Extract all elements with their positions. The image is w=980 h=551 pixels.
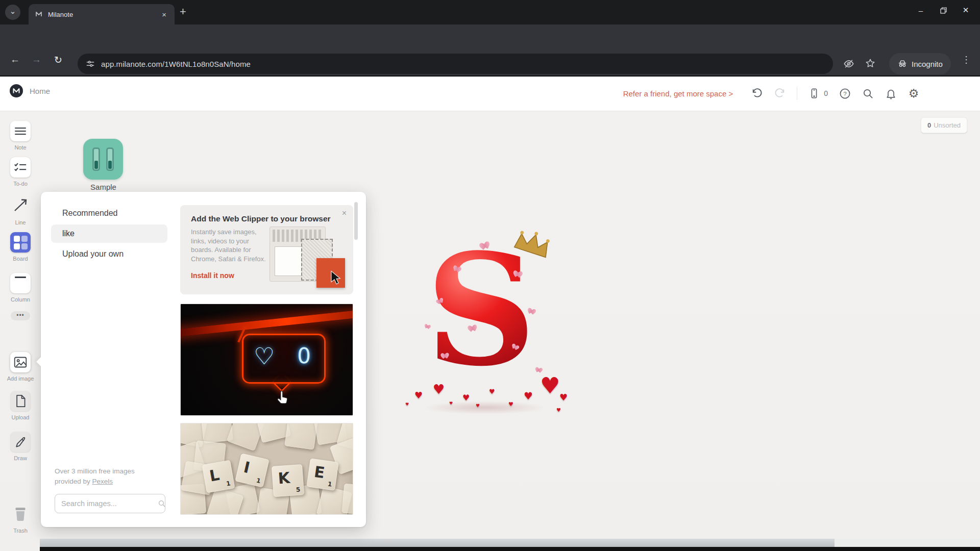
browser-menu-icon[interactable]: ⋮ [962,54,971,65]
heart-icon: ♥ [524,390,533,402]
scrabble-tile: E1 [306,458,338,490]
popup-nav: Recommended like Upload your own [51,204,167,265]
note-icon [15,126,26,137]
milanote-logo[interactable] [9,84,23,98]
pexels-link[interactable]: Pexels [92,478,113,485]
scrabble-tile: I1 [235,453,269,487]
header-divider [797,87,797,100]
reload-icon[interactable]: ↻ [54,54,62,66]
tool-add-image[interactable]: Add image [0,352,41,382]
sample-board-label: Sample [71,183,135,191]
hand-cursor-icon [277,390,290,406]
draw-pencil-icon [14,435,27,448]
clipper-illustration [270,226,346,289]
bookmark-star-icon[interactable] [865,58,876,69]
clipper-install-link[interactable]: Install it now [191,271,234,280]
upload-file-icon [14,394,27,408]
popup-scrollbar[interactable] [354,202,358,240]
board-canvas[interactable]: 0 Unsorted Note To-do Line [0,111,980,551]
refer-friend-link[interactable]: Refer a friend, get more space > [623,89,733,98]
tab-search-chevron-icon[interactable]: ⌄ [5,5,20,20]
browser-toolbar: ← → ↻ app.milanote.com/1W6tNL1o8n0SaN/ho… [0,24,980,77]
unsorted-badge[interactable]: 0 Unsorted [921,117,967,133]
heart-icon: ♥ [462,393,470,403]
heart-icon: ♥ [433,382,445,397]
new-tab-icon[interactable]: + [180,5,186,18]
tool-draw[interactable]: Draw [0,432,41,461]
letter-s-artwork[interactable]: S ♥♥♥♥♥♥♥♥♥♥♥♥ [408,239,561,428]
minimize-icon[interactable]: – [910,6,932,15]
address-bar[interactable]: app.milanote.com/1W6tNL1o8n0SaN/home [78,54,833,74]
mobile-device-icon[interactable] [808,87,820,99]
tool-line[interactable]: Line [0,193,41,226]
screen: ⌄ Milanote × + – ✕ ← → ↻ [0,0,980,551]
heart-icon: ♥ [449,401,453,406]
tool-todo[interactable]: To-do [0,157,41,187]
image-result-neon-like[interactable]: ♡ 0 [180,304,353,416]
clipper-body: Instantly save images, links, videos to … [191,228,268,263]
trash-icon [12,505,29,523]
line-arrow-icon [11,195,30,214]
close-window-icon[interactable]: ✕ [954,6,977,15]
tab-close-icon[interactable]: × [160,10,168,19]
notifications-bell-icon[interactable] [885,87,897,99]
sample-board-icon[interactable] [83,139,123,180]
heart-icon: ♥ [489,388,495,395]
device-count: 0 [824,89,828,97]
popup-nav-upload-your-own[interactable]: Upload your own [51,245,167,263]
restore-icon[interactable] [932,7,954,14]
scrabble-tile: K5 [272,464,304,497]
window-bottom-edge [40,547,980,551]
image-search-input[interactable] [60,499,158,508]
neon-heart-icon: ♡ [254,342,275,370]
undo-icon[interactable] [751,87,763,99]
pexels-note-line1: Over 3 million free images [55,467,135,475]
image-search-box [55,494,165,513]
browser-tab-strip: ⌄ Milanote × + – ✕ [0,0,980,24]
svg-text:?: ? [843,90,846,96]
tool-more[interactable]: ••• [0,311,41,320]
heart-icon: ♥ [556,407,561,413]
heart-icon: ♥ [414,390,423,400]
heart-icon: ♥ [476,403,480,408]
artwork-shadow [424,401,546,414]
browser-tab[interactable]: Milanote × [29,4,175,24]
tool-column[interactable]: Column [0,273,41,303]
site-settings-icon[interactable] [86,59,95,68]
heart-icon: ♥ [559,392,568,403]
scrabble-tile: L1 [202,460,235,493]
tab-title: Milanote [48,11,160,18]
horizontal-scrollbar-thumb[interactable] [40,539,835,547]
back-icon[interactable]: ← [10,54,20,65]
neon-zero: 0 [297,343,311,368]
heart-icon: ♥ [508,401,513,408]
search-magnifier-icon [158,499,166,508]
popup-nav-like[interactable]: like [51,224,167,243]
test-tube-icon [92,147,100,171]
column-icon [15,274,26,292]
tool-upload[interactable]: Upload [0,391,41,420]
app-header: Home Refer a friend, get more space > 0 [0,77,980,111]
unsorted-count: 0 [927,121,931,129]
search-icon[interactable] [862,87,874,99]
eye-off-icon[interactable] [843,58,854,69]
help-icon[interactable]: ? [839,87,851,99]
artwork-letter: S [426,234,536,387]
forward-icon[interactable]: → [32,54,41,65]
pexels-note: Over 3 million free images provided by P… [55,466,135,487]
board-icon [14,236,28,249]
unsorted-label: Unsorted [934,121,961,129]
butterfly-graphic [441,353,450,359]
web-clipper-card: × Add the Web Clipper to your browser In… [180,205,353,294]
tool-note[interactable]: Note [0,121,41,151]
settings-gear-icon[interactable]: ⚙ [908,87,920,99]
popup-nav-recommended[interactable]: Recommended [51,204,167,222]
image-result-scrabble-like[interactable]: L1 I1 K5 E1 [180,423,353,515]
tool-trash[interactable]: Trash [0,503,41,534]
redo-icon[interactable] [774,87,786,99]
incognito-icon [897,59,908,69]
incognito-badge: Incognito [889,53,951,74]
heart-icon: ♥ [405,402,409,407]
add-image-popup: Recommended like Upload your own Over 3 … [41,192,366,527]
tool-board[interactable]: Board [0,232,41,262]
